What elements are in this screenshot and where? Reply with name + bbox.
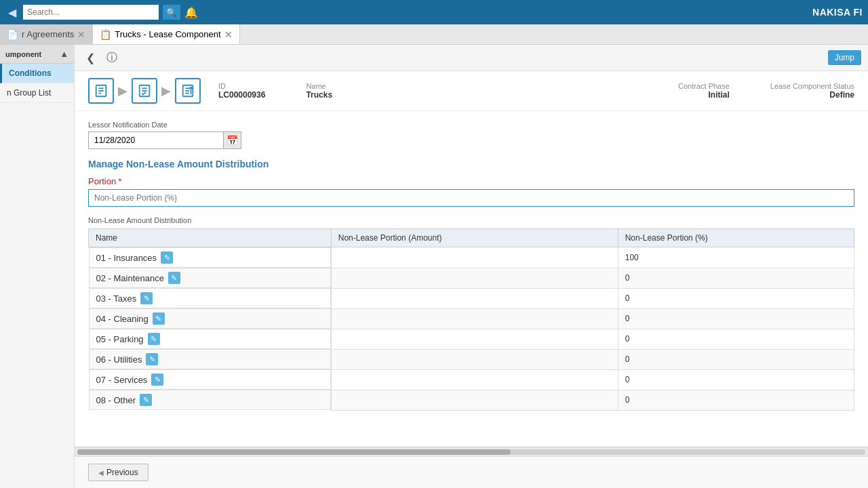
tab-agreements-close-icon[interactable]: ✕ <box>77 29 85 40</box>
sidebar-item-group-list[interactable]: n Group List <box>0 83 74 103</box>
row-edit-icon[interactable]: ✎ <box>140 292 153 304</box>
search-input[interactable] <box>23 5 159 20</box>
content-area: umponent ▲ Conditions n Group List ❮ ⓘ J… <box>0 45 868 488</box>
row-amount-cell <box>331 349 618 369</box>
row-amount-cell <box>331 247 618 268</box>
row-percent-cell: 0 <box>618 329 854 349</box>
panel-top-bar: ❮ ⓘ Jump <box>75 45 868 71</box>
notification-bell-icon[interactable]: 🔔 <box>184 6 198 19</box>
footer: Previous <box>75 456 868 488</box>
row-percent-cell: 0 <box>618 349 854 369</box>
table-row: 01 - Insurances ✎ 100 <box>89 247 854 268</box>
table-header-row: Name Non-Lease Portion (Amount) Non-Leas… <box>89 229 854 247</box>
nav-left-button[interactable]: ❮ <box>81 49 99 66</box>
form-content: Lessor Notification Date 📅 Manage Non-Le… <box>75 111 868 447</box>
wizard-id-item: ID LC00000936 <box>218 82 265 100</box>
tab-agreements-icon: 📄 <box>7 29 18 40</box>
sidebar-collapse-icon[interactable]: ▲ <box>60 49 68 59</box>
col-header-percent: Non-Lease Portion (%) <box>618 229 854 247</box>
main-panel: ❮ ⓘ Jump ▶ <box>75 45 868 488</box>
jump-button[interactable]: Jump <box>828 50 861 65</box>
table-row: 02 - Maintenance ✎ 0 <box>89 268 854 288</box>
table-row: 05 - Parking ✎ 0 <box>89 329 854 349</box>
row-name-cell: 03 - Taxes ✎ <box>89 288 331 308</box>
wizard-step-3[interactable] <box>175 78 201 104</box>
row-name-text: 03 - Taxes <box>96 293 137 304</box>
tab-trucks-label: Trucks - Lease Component <box>115 29 220 39</box>
search-button[interactable]: 🔍 <box>163 5 180 20</box>
tab-trucks-close-icon[interactable]: ✕ <box>224 29 233 40</box>
wizard-bar: ▶ ▶ <box>75 71 868 111</box>
col-header-name: Name <box>89 229 332 247</box>
tab-agreements-label: r Agreements <box>22 29 74 39</box>
top-bar: ◀ 🔍 🔔 NAKISA FI <box>0 0 868 24</box>
tab-trucks[interactable]: 📋 Trucks - Lease Component ✕ <box>93 24 239 44</box>
wizard-status: Contract Phase Initial Lease Component S… <box>678 82 854 100</box>
table-row: 03 - Taxes ✎ 0 <box>89 288 854 308</box>
panel-top-icons: ❮ ⓘ <box>81 49 121 66</box>
tab-trucks-icon: 📋 <box>100 29 111 40</box>
row-name-cell: 05 - Parking ✎ <box>89 329 331 349</box>
col-header-amount: Non-Lease Portion (Amount) <box>331 229 618 247</box>
row-name-cell: 08 - Other ✎ <box>89 390 331 410</box>
calendar-button[interactable]: 📅 <box>224 131 241 149</box>
wizard-id-label: ID <box>218 82 265 90</box>
portion-row: Portion * <box>88 176 854 207</box>
previous-button[interactable]: Previous <box>88 464 149 481</box>
wizard-contract-phase-item: Contract Phase Initial <box>678 82 730 100</box>
wizard-lease-status-item: Lease Component Status Define <box>770 82 854 100</box>
info-button[interactable]: ⓘ <box>103 49 121 66</box>
sidebar-header: umponent ▲ <box>0 45 74 64</box>
lessor-notification-label: Lessor Notification Date <box>88 121 854 129</box>
table-row: 07 - Services ✎ 0 <box>89 369 854 390</box>
row-percent-cell: 0 <box>618 369 854 390</box>
distribution-table: Name Non-Lease Portion (Amount) Non-Leas… <box>88 228 854 411</box>
row-name-text: 04 - Cleaning <box>96 314 149 324</box>
row-edit-icon[interactable]: ✎ <box>148 333 160 345</box>
sidebar: umponent ▲ Conditions n Group List <box>0 45 75 488</box>
row-name-cell: 02 - Maintenance ✎ <box>89 268 331 288</box>
wizard-meta: ID LC00000936 Name Trucks <box>218 82 332 100</box>
row-name-cell: 01 - Insurances ✎ <box>89 247 331 268</box>
row-percent-cell: 0 <box>618 308 854 329</box>
row-name-text: 02 - Maintenance <box>96 273 164 283</box>
table-row: 04 - Cleaning ✎ 0 <box>89 308 854 329</box>
row-name-text: 01 - Insurances <box>96 253 157 263</box>
row-edit-icon[interactable]: ✎ <box>161 251 173 264</box>
row-name-cell: 06 - Utilities ✎ <box>89 349 331 369</box>
lessor-notification-input[interactable] <box>88 131 224 149</box>
horizontal-scrollbar[interactable] <box>75 447 868 456</box>
nav-back-icon[interactable]: ◀ <box>5 5 19 20</box>
row-edit-icon[interactable]: ✎ <box>151 373 163 386</box>
table-row: 08 - Other ✎ 0 <box>89 390 854 410</box>
wizard-step-1[interactable] <box>88 78 114 104</box>
sidebar-item-conditions[interactable]: Conditions <box>0 64 74 83</box>
wizard-arrow-2: ▶ <box>161 83 171 98</box>
wizard-contract-phase-label: Contract Phase <box>678 82 730 90</box>
row-amount-cell <box>331 390 618 410</box>
row-edit-icon[interactable]: ✎ <box>168 272 180 284</box>
row-name-text: 08 - Other <box>96 395 136 405</box>
row-name-text: 07 - Services <box>96 375 148 385</box>
wizard-name-label: Name <box>306 82 332 90</box>
lessor-notification-input-wrap: 📅 <box>88 131 854 149</box>
row-name-text: 05 - Parking <box>96 334 144 344</box>
sidebar-title: umponent <box>5 50 41 58</box>
row-amount-cell <box>331 288 618 308</box>
wizard-step-2[interactable] <box>132 78 157 104</box>
tabs-bar: 📄 r Agreements ✕ 📋 Trucks - Lease Compon… <box>0 24 868 45</box>
row-percent-cell: 0 <box>618 268 854 288</box>
row-name-cell: 04 - Cleaning ✎ <box>89 308 331 329</box>
lessor-notification-row: Lessor Notification Date 📅 <box>88 121 854 149</box>
portion-input[interactable] <box>88 189 854 207</box>
tab-agreements[interactable]: 📄 r Agreements ✕ <box>0 24 93 44</box>
portion-label: Portion * <box>88 176 854 186</box>
wizard-name-item: Name Trucks <box>306 82 332 100</box>
row-name-cell: 07 - Services ✎ <box>89 369 331 390</box>
scroll-thumb <box>77 449 511 455</box>
dist-section-label: Non-Lease Amount Distribution <box>88 216 854 224</box>
wizard-lease-status-label: Lease Component Status <box>770 82 854 90</box>
row-edit-icon[interactable]: ✎ <box>153 312 165 325</box>
row-edit-icon[interactable]: ✎ <box>146 353 158 365</box>
row-edit-icon[interactable]: ✎ <box>140 394 152 406</box>
